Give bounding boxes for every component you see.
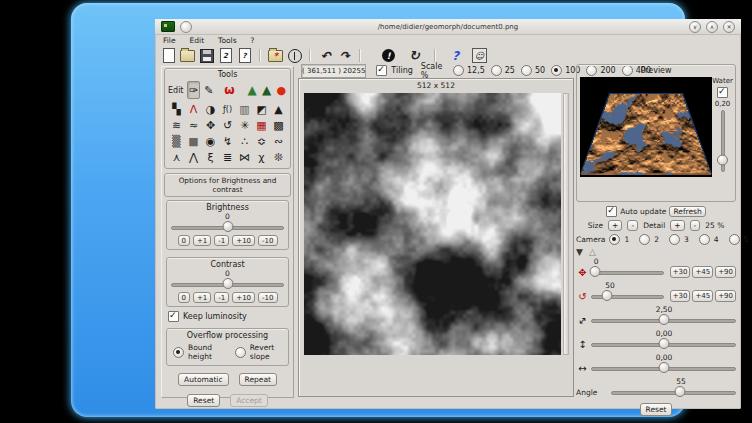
slider-thumb[interactable] bbox=[589, 266, 600, 277]
bound-height-radio[interactable] bbox=[173, 347, 184, 358]
camera-1-radio[interactable] bbox=[609, 234, 620, 245]
tool-button[interactable]: ↺ bbox=[219, 118, 236, 133]
commit-button[interactable] bbox=[286, 48, 303, 64]
move-horizontal-slider[interactable] bbox=[591, 362, 736, 374]
tool-button[interactable]: ∴ bbox=[236, 134, 253, 149]
menu-file[interactable]: File bbox=[163, 36, 176, 45]
new-directory-button[interactable]: * bbox=[267, 48, 284, 64]
repeat-button[interactable]: Repeat bbox=[239, 373, 277, 386]
auto-update-checkbox[interactable] bbox=[606, 206, 617, 217]
brightness-minus10-button[interactable]: -10 bbox=[258, 235, 277, 246]
rotate-x-plus45-button[interactable]: +45 bbox=[692, 266, 713, 278]
save-copy-button[interactable]: ? bbox=[236, 48, 253, 64]
tool-button[interactable]: ∾ bbox=[270, 134, 287, 149]
slider-thumb[interactable] bbox=[717, 154, 728, 165]
rotate-x-plus90-button[interactable]: +90 bbox=[715, 266, 736, 278]
move-vertical-slider[interactable] bbox=[591, 338, 736, 350]
terrain-button-2[interactable]: ▲ bbox=[261, 82, 273, 98]
size-plus-button[interactable]: + bbox=[608, 220, 622, 231]
contrast-plus1-button[interactable]: +1 bbox=[193, 292, 211, 303]
tool-button[interactable]: ⋏ bbox=[168, 150, 185, 165]
tool-button[interactable]: ✳ bbox=[236, 118, 253, 133]
tool-button[interactable]: ◉ bbox=[202, 134, 219, 149]
slider-thumb[interactable] bbox=[658, 362, 669, 373]
wave-pen-button[interactable]: ω bbox=[224, 82, 236, 98]
undo-button[interactable]: ↶ bbox=[317, 48, 334, 64]
tool-button[interactable]: ≎ bbox=[253, 134, 270, 149]
save-as-button[interactable]: 2 bbox=[217, 48, 234, 64]
tool-button[interactable]: ƒ() bbox=[219, 102, 236, 117]
open-file-button[interactable] bbox=[179, 48, 196, 64]
scale-radio-25[interactable] bbox=[491, 65, 502, 76]
record-button[interactable]: ● bbox=[275, 82, 287, 98]
view-top-icon[interactable]: ▼ bbox=[576, 247, 583, 257]
tool-button[interactable]: ▩ bbox=[270, 118, 287, 133]
titlebar[interactable]: /home/didier/geomorph/document0.png ∨ ∧ … bbox=[155, 19, 741, 35]
menu-edit[interactable]: Edit bbox=[190, 36, 205, 45]
refresh-button[interactable]: Refresh bbox=[669, 206, 705, 217]
rotate-x-plus30-button[interactable]: +30 bbox=[670, 266, 691, 278]
brightness-slider[interactable] bbox=[171, 221, 284, 233]
tool-button[interactable]: ▦ bbox=[253, 118, 270, 133]
terrain-button-1[interactable]: ▲ bbox=[246, 82, 258, 98]
contrast-slider[interactable] bbox=[171, 278, 284, 290]
document-info-button[interactable]: ! bbox=[380, 48, 397, 64]
menu-tools[interactable]: Tools bbox=[218, 36, 236, 45]
detail-plus-button[interactable]: + bbox=[670, 220, 684, 231]
rotate-x-slider[interactable] bbox=[591, 266, 664, 278]
tool-button[interactable]: ▚ bbox=[168, 102, 185, 117]
slider-thumb[interactable] bbox=[222, 278, 233, 289]
heightfield-canvas[interactable] bbox=[304, 93, 561, 355]
camera-3-radio[interactable] bbox=[669, 234, 680, 245]
tool-button[interactable]: ▥ bbox=[236, 102, 253, 117]
contrast-plus10-button[interactable]: +10 bbox=[232, 292, 255, 303]
rotate-z-plus90-button[interactable]: +90 bbox=[715, 290, 736, 302]
contrast-minus10-button[interactable]: -10 bbox=[258, 292, 277, 303]
slider-thumb[interactable] bbox=[658, 314, 669, 325]
slider-thumb[interactable] bbox=[658, 338, 669, 349]
brightness-plus1-button[interactable]: +1 bbox=[193, 235, 211, 246]
contrast-0-button[interactable]: 0 bbox=[178, 292, 190, 303]
tool-button[interactable]: ■ bbox=[185, 134, 202, 149]
pencil-tool-button[interactable]: ✎ bbox=[203, 82, 215, 98]
keep-luminosity-checkbox[interactable] bbox=[168, 311, 179, 322]
draw-tool-button[interactable]: ✑ bbox=[187, 81, 201, 99]
tool-button[interactable]: Λ bbox=[185, 102, 202, 117]
preview-3d-canvas[interactable] bbox=[580, 77, 712, 177]
angle-slider[interactable] bbox=[611, 386, 736, 398]
tool-button[interactable]: ≈ bbox=[185, 118, 202, 133]
tool-button[interactable]: ≋ bbox=[168, 118, 185, 133]
tool-button[interactable]: ▲ bbox=[270, 102, 287, 117]
slider-thumb[interactable] bbox=[222, 221, 233, 232]
rotate-z-plus30-button[interactable]: +30 bbox=[670, 290, 691, 302]
tool-button[interactable]: ◩ bbox=[253, 102, 270, 117]
scale-radio-50[interactable] bbox=[521, 65, 532, 76]
tool-button[interactable]: χ bbox=[253, 150, 270, 165]
contrast-minus1-button[interactable]: -1 bbox=[214, 292, 229, 303]
tool-button[interactable]: ❊ bbox=[270, 150, 287, 165]
distance-slider[interactable] bbox=[591, 314, 736, 326]
water-checkbox[interactable] bbox=[717, 87, 728, 98]
camera-5-radio[interactable] bbox=[729, 234, 740, 245]
tool-button[interactable]: ⋈ bbox=[236, 150, 253, 165]
camera-4-radio[interactable] bbox=[699, 234, 710, 245]
rotate-z-slider[interactable] bbox=[591, 290, 664, 302]
about-button[interactable]: ☺ bbox=[471, 48, 488, 64]
save-file-button[interactable] bbox=[198, 48, 215, 64]
tool-button[interactable]: ⋀ bbox=[185, 150, 202, 165]
water-slider[interactable] bbox=[717, 110, 728, 172]
tool-button[interactable]: ≣ bbox=[219, 150, 236, 165]
menu-help[interactable]: ? bbox=[251, 36, 255, 45]
help-button[interactable]: ? bbox=[447, 48, 464, 64]
slider-thumb[interactable] bbox=[601, 290, 612, 301]
tiling-checkbox[interactable] bbox=[376, 65, 387, 76]
brightness-0-button[interactable]: 0 bbox=[178, 235, 190, 246]
reset-button[interactable]: Reset bbox=[187, 394, 220, 407]
rotate-z-plus45-button[interactable]: +45 bbox=[692, 290, 713, 302]
detail-minus-button[interactable]: - bbox=[690, 220, 701, 231]
tool-button[interactable]: ↯ bbox=[219, 134, 236, 149]
scale-radio-100[interactable] bbox=[551, 65, 562, 76]
brightness-minus1-button[interactable]: -1 bbox=[214, 235, 229, 246]
canvas-scrollbar[interactable] bbox=[563, 93, 569, 355]
scale-radio-12[interactable] bbox=[453, 65, 464, 76]
